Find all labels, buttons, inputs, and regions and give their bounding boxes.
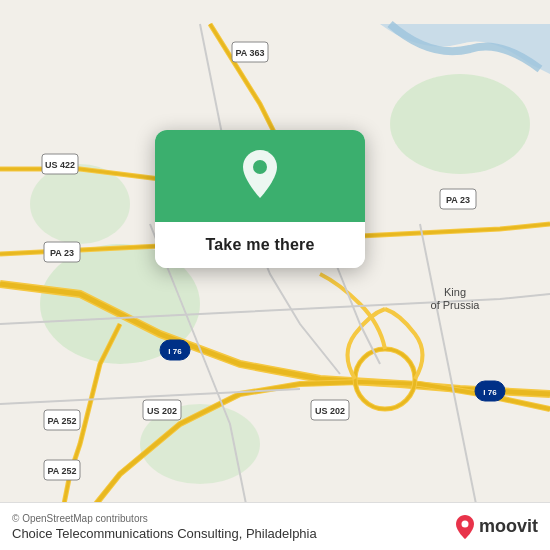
svg-text:US 422: US 422 [45,160,75,170]
svg-text:PA 363: PA 363 [235,48,264,58]
moovit-pin-icon [455,515,475,539]
map-svg: PA 363 US 422 PA 23 PA 23 PA 23 I 76 I 7… [0,0,550,550]
svg-point-30 [253,160,267,174]
moovit-label: moovit [479,516,538,537]
svg-text:of Prussia: of Prussia [431,299,481,311]
location-name-text: Choice Telecommunications Consulting, Ph… [12,526,317,541]
svg-text:PA 23: PA 23 [50,248,74,258]
bottom-bar: © OpenStreetMap contributors Choice Tele… [0,502,550,550]
svg-text:US 202: US 202 [147,406,177,416]
svg-point-3 [390,74,530,174]
svg-point-31 [461,520,468,527]
copyright-text: © OpenStreetMap contributors [12,513,317,524]
moovit-logo: moovit [455,515,538,539]
svg-point-2 [30,164,130,244]
navigation-card: Take me there [155,130,365,268]
svg-text:US 202: US 202 [315,406,345,416]
svg-text:PA 252: PA 252 [47,466,76,476]
take-me-there-button[interactable]: Take me there [155,222,365,268]
svg-text:I 76: I 76 [168,347,182,356]
svg-text:PA 252: PA 252 [47,416,76,426]
map-container: PA 363 US 422 PA 23 PA 23 PA 23 I 76 I 7… [0,0,550,550]
svg-text:I 76: I 76 [483,388,497,397]
bottom-left-info: © OpenStreetMap contributors Choice Tele… [12,513,317,541]
card-header [155,130,365,222]
svg-text:PA 23: PA 23 [446,195,470,205]
svg-text:King: King [444,286,466,298]
location-pin-icon [236,150,284,206]
